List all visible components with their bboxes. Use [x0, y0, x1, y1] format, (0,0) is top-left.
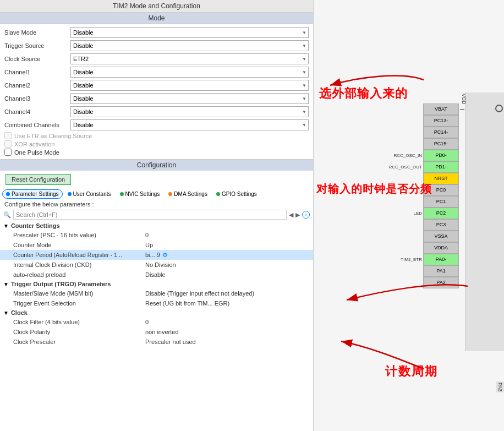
pin-vssa: VSSA	[384, 231, 464, 242]
param-ckd-row: Internal Clock Division (CKD) No Divisio…	[0, 260, 313, 270]
prev-icon[interactable]: ◀	[289, 211, 293, 219]
pin-vssa-chip: VSSA	[423, 231, 459, 242]
checkbox-pulse-row: One Pulse Mode	[4, 149, 309, 156]
pin-pc14-chip: PC14-	[423, 127, 459, 138]
counter-settings-title: Counter Settings	[11, 222, 60, 229]
trigger-source-row: Trigger Source Disable	[4, 40, 309, 52]
info-icon[interactable]: i	[302, 211, 310, 219]
combined-channels-label: Combined Channels	[4, 122, 70, 128]
param-counter-mode-row: Counter Mode Up	[0, 240, 313, 250]
trigger-source-select-wrapper[interactable]: Disable	[70, 40, 309, 51]
form-area: Slave Mode Disable Trigger Source Disabl…	[0, 24, 313, 159]
tab-user-dot	[68, 192, 72, 196]
channel2-select-wrapper[interactable]: Disable	[70, 80, 309, 91]
slave-mode-select-wrapper[interactable]: Disable	[70, 27, 309, 38]
tab-parameter-settings[interactable]: Parameter Settings	[2, 189, 63, 199]
trgo-settings-arrow: ▼	[3, 281, 9, 287]
clock-source-select[interactable]: ETR2 Disable	[70, 53, 309, 64]
pin-pc13-chip: PC13-	[423, 115, 459, 127]
pin-pc13: PC13-	[384, 115, 464, 127]
channel2-select[interactable]: Disable	[70, 80, 309, 91]
channel2-row: Channel2 Disable	[4, 79, 309, 91]
mode-section-header: Mode	[0, 13, 313, 24]
checkbox-etr-label: Use ETR as Clearing Source	[14, 133, 92, 139]
channel1-row: Channel1 Disable	[4, 66, 309, 78]
clock-settings-header[interactable]: ▼ Clock	[0, 308, 313, 317]
pin-vdda: VDDA	[384, 242, 464, 254]
param-trigger-event-value: Reset (UG bit from TIM... EGR)	[143, 299, 313, 307]
trgo-settings-header[interactable]: ▼ Trigger Output (TRGO) Parameters	[0, 280, 313, 288]
pin-pa2: PA2	[384, 277, 464, 288]
trigger-source-select[interactable]: Disable	[70, 40, 309, 51]
channel4-select-wrapper[interactable]: Disable	[70, 106, 309, 117]
title-text: TIM2 Mode and Configuration	[113, 2, 200, 10]
pin-pa1: PA1	[384, 265, 464, 277]
param-trigger-event-name: Trigger Event Selection	[0, 299, 143, 307]
checkbox-etr[interactable]	[4, 132, 12, 139]
search-icon: 🔍	[3, 211, 11, 219]
trgo-settings-title: Trigger Output (TRGO) Parameters	[11, 281, 111, 287]
pin-pc2: LED PC2	[384, 208, 464, 219]
vod-label: VOD	[461, 94, 467, 105]
right-panel: VOD VBAT PC13- PC14-	[314, 0, 504, 431]
pin-pc2-left-label: LED	[384, 211, 422, 216]
clock-source-select-wrapper[interactable]: ETR2 Disable	[70, 53, 309, 64]
channel1-select[interactable]: Disable	[70, 67, 309, 78]
combined-channels-select[interactable]: Disable	[70, 119, 309, 130]
tab-nvic-settings[interactable]: NVIC Settings	[116, 189, 164, 199]
reset-config-button[interactable]: Reset Configuration	[6, 174, 71, 185]
channel4-label: Channel4	[4, 108, 70, 115]
pin-pc15: PC15-	[384, 138, 464, 150]
clock-source-label: Clock Source	[4, 56, 70, 62]
search-input[interactable]	[13, 210, 287, 220]
arrow-1	[314, 33, 435, 88]
param-clock-filter-name: Clock Filter (4 bits value)	[0, 318, 143, 326]
pin-pa1-chip: PA1	[423, 265, 459, 277]
tab-dma-settings[interactable]: DMA Settings	[165, 189, 211, 199]
channel4-select[interactable]: Disable	[70, 106, 309, 117]
tab-user-constants[interactable]: User Constants	[64, 189, 115, 199]
combined-channels-row: Combined Channels Disable	[4, 119, 309, 131]
param-clock-filter-value: 0	[143, 318, 313, 326]
pin-pc2-chip: PC2	[423, 208, 459, 219]
channel3-select[interactable]: Disable	[70, 93, 309, 104]
param-autoreload-row: auto-reload preload Disable	[0, 270, 313, 280]
annotation-chinese-3: 计数周期	[385, 363, 438, 380]
checkbox-pulse[interactable]	[4, 149, 12, 156]
pin-vbat-line	[460, 109, 464, 110]
param-msm-name: Master/Slave Mode (MSM bit)	[0, 290, 143, 297]
tab-dma-dot	[168, 192, 172, 196]
counter-settings-header[interactable]: ▼ Counter Settings	[0, 221, 313, 230]
param-prescaler-name: Prescaler (PSC - 16 bits value)	[0, 231, 143, 239]
checkbox-xor-label: XOR activation	[14, 141, 54, 148]
left-panel: TIM2 Mode and Configuration Mode Slave M…	[0, 0, 314, 431]
channel3-select-wrapper[interactable]: Disable	[70, 93, 309, 104]
param-counter-period-name: Counter Period (AutoReload Register - 1.…	[0, 251, 143, 259]
tab-nvic-label: NVIC Settings	[125, 191, 160, 197]
tab-gpio-label: GPIO Settings	[222, 191, 257, 197]
tab-parameter-dot	[6, 192, 10, 196]
slave-mode-label: Slave Mode	[4, 29, 70, 36]
config-section: Configuration Reset Configuration Parame…	[0, 159, 313, 431]
channel3-label: Channel3	[4, 95, 70, 102]
annotation-chinese-1: 选外部输入来的	[319, 85, 408, 102]
tab-gpio-settings[interactable]: GPIO Settings	[212, 189, 261, 199]
param-counter-period-icon[interactable]: ⚙	[162, 252, 168, 259]
pin-pd1: RCC_OSC_OUT PD1-	[384, 161, 464, 173]
param-counter-period-value: bi... 9 ⚙	[143, 251, 313, 259]
clock-source-row: Clock Source ETR2 Disable	[4, 53, 309, 65]
channel1-select-wrapper[interactable]: Disable	[70, 67, 309, 78]
checkbox-pulse-label: One Pulse Mode	[14, 149, 59, 156]
param-prescaler-row: Prescaler (PSC - 16 bits value) 0	[0, 230, 313, 240]
param-clock-polarity-row: Clock Polarity non inverted	[0, 327, 313, 337]
combined-channels-select-wrapper[interactable]: Disable	[70, 119, 309, 130]
checkbox-xor[interactable]	[4, 140, 12, 148]
pin-pc14: PC14-	[384, 127, 464, 138]
next-icon[interactable]: ▶	[295, 211, 300, 219]
param-autoreload-name: auto-reload preload	[0, 271, 143, 279]
slave-mode-select[interactable]: Disable	[70, 27, 309, 38]
pin-pc3: PC3	[384, 219, 464, 231]
pin-pd1-left-label: RCC_OSC_OUT	[384, 165, 422, 170]
param-clock-prescaler-row: Clock Prescaler Prescaler not used	[0, 337, 313, 347]
param-counter-mode-name: Counter Mode	[0, 241, 143, 249]
